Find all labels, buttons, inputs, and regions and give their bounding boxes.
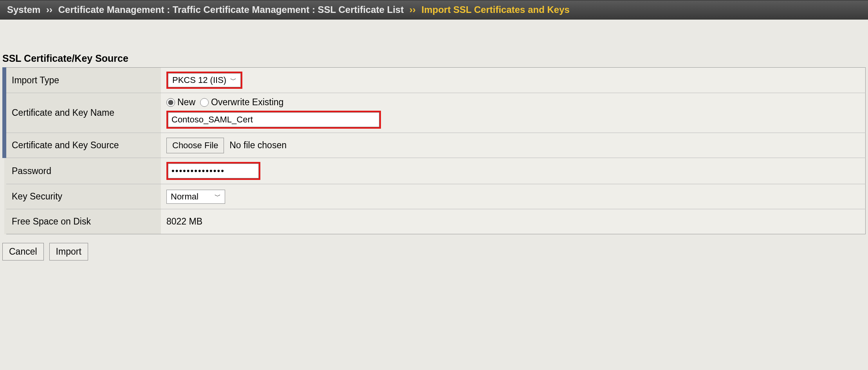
chevron-down-icon: ﹀: [215, 192, 221, 201]
chevron-down-icon: ﹀: [230, 76, 236, 84]
highlight-cert-name: [166, 111, 381, 129]
row-cert-key-source: Certificate and Key Source Choose File N…: [4, 133, 866, 158]
breadcrumb-sep: ››: [46, 4, 52, 15]
import-type-value: PKCS 12 (IIS): [172, 75, 226, 85]
choose-file-button[interactable]: Choose File: [166, 138, 224, 153]
section-title: SSL Certificate/Key Source: [2, 53, 868, 64]
password-input[interactable]: [168, 163, 259, 178]
radio-overwrite[interactable]: [200, 98, 209, 107]
label-free-space: Free Space on Disk: [4, 209, 161, 234]
label-cert-key-source: Certificate and Key Source: [4, 133, 161, 158]
breadcrumb-current: Import SSL Certificates and Keys: [422, 4, 570, 15]
key-security-select[interactable]: Normal ﹀: [166, 190, 225, 204]
file-chosen-status: No file chosen: [229, 140, 287, 150]
free-space-value: 8022 MB: [166, 216, 202, 226]
cancel-button[interactable]: Cancel: [2, 243, 44, 260]
highlight-password: [166, 162, 260, 180]
form-table: Import Type PKCS 12 (IIS) ﹀ Certificate …: [2, 67, 866, 234]
cert-name-mode-radios: New Overwrite Existing: [166, 97, 860, 108]
row-free-space: Free Space on Disk 8022 MB: [4, 209, 866, 234]
radio-overwrite-label: Overwrite Existing: [211, 97, 283, 108]
breadcrumb: System ›› Certificate Management : Traff…: [0, 0, 868, 20]
label-cert-key-name: Certificate and Key Name: [4, 93, 161, 133]
row-cert-key-name: Certificate and Key Name New Overwrite E…: [4, 93, 866, 133]
label-password: Password: [4, 158, 161, 184]
label-import-type: Import Type: [4, 68, 161, 93]
radio-new[interactable]: [166, 98, 175, 107]
key-security-value: Normal: [171, 192, 199, 202]
button-row: Cancel Import: [2, 243, 868, 260]
label-key-security: Key Security: [4, 184, 161, 209]
breadcrumb-sep-current: ››: [410, 4, 416, 15]
breadcrumb-root[interactable]: System: [7, 4, 40, 15]
breadcrumb-path[interactable]: Certificate Management : Traffic Certifi…: [58, 4, 404, 15]
row-import-type: Import Type PKCS 12 (IIS) ﹀: [4, 68, 866, 93]
cert-key-name-input[interactable]: [168, 112, 379, 127]
import-type-select[interactable]: PKCS 12 (IIS) ﹀: [168, 73, 241, 87]
radio-new-label: New: [177, 97, 195, 108]
row-key-security: Key Security Normal ﹀: [4, 184, 866, 209]
import-button[interactable]: Import: [49, 243, 88, 260]
highlight-import-type: PKCS 12 (IIS) ﹀: [166, 72, 242, 89]
row-password: Password: [4, 158, 866, 184]
